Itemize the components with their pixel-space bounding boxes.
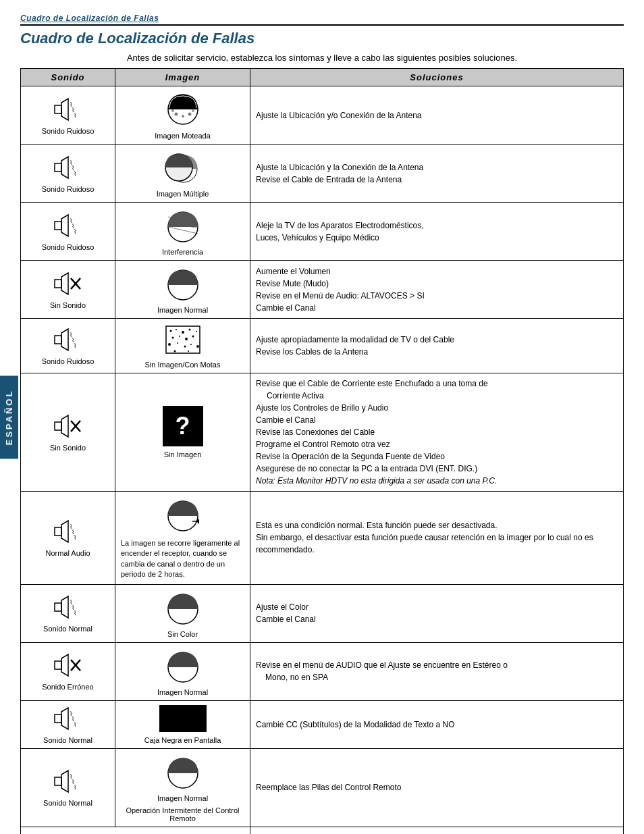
svg-point-8 [171, 109, 174, 112]
col-header-image: Imagen [115, 69, 250, 86]
svg-point-9 [192, 109, 194, 112]
svg-point-53 [171, 337, 173, 339]
svg-line-34 [168, 227, 198, 234]
sound-cell: ⌇ ⌇ ⌇ Sonido Ruidoso [26, 96, 109, 135]
sound-cell-3: ⌇ ⌇ ⌇ Sonido Ruidoso [26, 212, 109, 251]
sound-cell-7: ⌇ ⌇ ⌇ Normal Audio [26, 518, 109, 557]
svg-marker-43 [61, 329, 68, 350]
breadcrumb: Cuadro de Localización de Fallas [20, 14, 624, 23]
table-row: ⌇ ⌇ ⌇ Sonido Ruidoso [21, 319, 624, 373]
svg-point-62 [173, 350, 176, 353]
solutions-7: Esta es una condición normal. Esta funci… [256, 519, 618, 556]
image-label-10: Caja Negra en Pantalla [144, 736, 221, 744]
svg-rect-64 [55, 422, 61, 430]
svg-rect-24 [55, 221, 61, 230]
sound-label-5: Sonido Ruidoso [42, 357, 95, 365]
svg-rect-13 [55, 163, 61, 172]
svg-point-57 [168, 343, 171, 346]
sub-label-11: Operación Intermitente del Control Remot… [121, 806, 244, 823]
svg-marker-14 [61, 157, 68, 178]
image-label-5: Sin Imagen/Con Motas [145, 361, 221, 369]
col-header-solutions: Soluciones [250, 69, 624, 86]
noisy-sound-icon-5: ⌇ ⌇ ⌇ [49, 326, 86, 353]
image-cell-10: Caja Negra en Pantalla [121, 705, 244, 744]
noisy-sound-icon: ⌇ ⌇ ⌇ [49, 96, 86, 123]
sound-cell-9: Sonido Erróneo [26, 652, 109, 691]
svg-text:⌇: ⌇ [74, 534, 76, 541]
table-row: ⌇ ⌇ ⌇ Sonido Normal Caja Negra en Pantal… [21, 700, 624, 748]
normal-audio-icon: ⌇ ⌇ ⌇ [49, 518, 86, 545]
imagen-normal-icon-11 [163, 753, 203, 790]
svg-marker-86 [61, 654, 68, 676]
image-label-8: Sin Color [167, 630, 198, 638]
table-row: ⌇ ⌇ ⌇ Normal Audio [21, 492, 624, 585]
sound-cell-4: Sin Sonido [26, 270, 109, 309]
svg-text:⌇: ⌇ [74, 228, 76, 235]
svg-text:⌇: ⌇ [74, 170, 76, 177]
table-row: Sin Sonido ? Sin Imagen Revise que el Ca… [21, 373, 624, 492]
question-mark-box: ? [163, 406, 203, 446]
svg-marker-98 [61, 771, 68, 792]
imagen-moteada-icon [163, 90, 203, 128]
image-cell-9: Imagen Normal [121, 647, 244, 696]
solutions-5: Ajuste apropiadamente la modalidad de TV… [256, 334, 618, 358]
sound-label-6: Sin Sonido [50, 444, 86, 452]
sound-cell-11: ⌇ ⌇ ⌇ Sonido Normal [26, 768, 109, 807]
sound-label-9: Sonido Erróneo [42, 683, 93, 691]
svg-point-61 [196, 345, 199, 348]
col-header-sound: Sonido [21, 69, 115, 86]
sound-cell-10: ⌇ ⌇ ⌇ Sonido Normal [26, 705, 109, 744]
image-cell-6: ? Sin Imagen [121, 406, 244, 459]
svg-marker-1 [61, 99, 68, 120]
erroneo-sound-icon [49, 652, 86, 679]
image-label-3: Interferencia [162, 248, 203, 256]
black-box-image [159, 705, 207, 732]
table-row: ⌇ ⌇ ⌇ Sonido Normal Sin Colo [21, 584, 624, 642]
image-cell-7: La imagen se recorre ligeramente al ence… [121, 496, 244, 580]
svg-marker-78 [61, 596, 68, 618]
image-label-2: Imagen Múltiple [157, 190, 209, 198]
image-label-11: Imagen Normal [157, 794, 208, 802]
intro-text: Antes de solicitar servicio, establezca … [20, 53, 624, 63]
svg-marker-69 [61, 521, 68, 542]
svg-text:⌇: ⌇ [74, 784, 76, 791]
image-cell: Imagen Moteada [121, 90, 244, 140]
svg-point-54 [179, 336, 180, 337]
sound-label-8: Sonido Normal [43, 625, 92, 633]
image-cell-3: Interferencia [121, 207, 244, 256]
normal-sound-icon-10: ⌇ ⌇ ⌇ [49, 705, 86, 732]
sound-label-4: Sin Sonido [50, 301, 86, 309]
table-row-last: Sin efecto de los botones del panel fron… [21, 827, 624, 834]
solutions-4: Aumente el Volumen Revise Mute (Mudo) Re… [256, 265, 618, 314]
solutions-last: El teclado puede estar bloqueado. Para d… [256, 831, 618, 834]
noisy-sound-icon-2: ⌇ ⌇ ⌇ [49, 154, 86, 181]
svg-text:⌇: ⌇ [74, 610, 76, 617]
scroll-description: La imagen se recorre ligeramente al ence… [121, 538, 244, 580]
svg-marker-93 [61, 708, 68, 729]
image-cell-8: Sin Color [121, 589, 244, 638]
sin-imagen-con-motas-icon [163, 323, 203, 357]
svg-point-59 [184, 346, 186, 348]
svg-marker-65 [61, 415, 68, 437]
normal-sound-icon-11: ⌇ ⌇ ⌇ [49, 768, 86, 795]
svg-rect-68 [55, 527, 61, 536]
sound-label-11: Sonido Normal [43, 799, 92, 807]
table-row: ⌇ ⌇ ⌇ Sonido Ruidoso [21, 203, 624, 261]
table-row: Sin Sonido Imagen Normal Aument [21, 261, 624, 319]
table-row: ⌇ ⌇ ⌇ Sonido Normal Imagen Normal [21, 748, 624, 827]
imagen-multiple-icon [161, 149, 205, 186]
svg-rect-85 [55, 661, 61, 669]
svg-point-56 [192, 336, 194, 338]
sound-cell-8: ⌇ ⌇ ⌇ Sonido Normal [26, 594, 109, 633]
muted-sound-icon [49, 270, 86, 297]
svg-point-50 [182, 331, 184, 334]
svg-point-52 [196, 331, 197, 332]
sound-label-7: Normal Audio [45, 549, 90, 557]
svg-text:⌇: ⌇ [74, 112, 76, 119]
page-title: Cuadro de Localización de Fallas [20, 30, 624, 47]
svg-point-48 [169, 330, 171, 332]
image-label-4: Imagen Normal [157, 306, 208, 314]
muted-sound-icon-6 [49, 413, 86, 440]
svg-point-60 [190, 344, 192, 345]
svg-rect-77 [55, 603, 61, 611]
